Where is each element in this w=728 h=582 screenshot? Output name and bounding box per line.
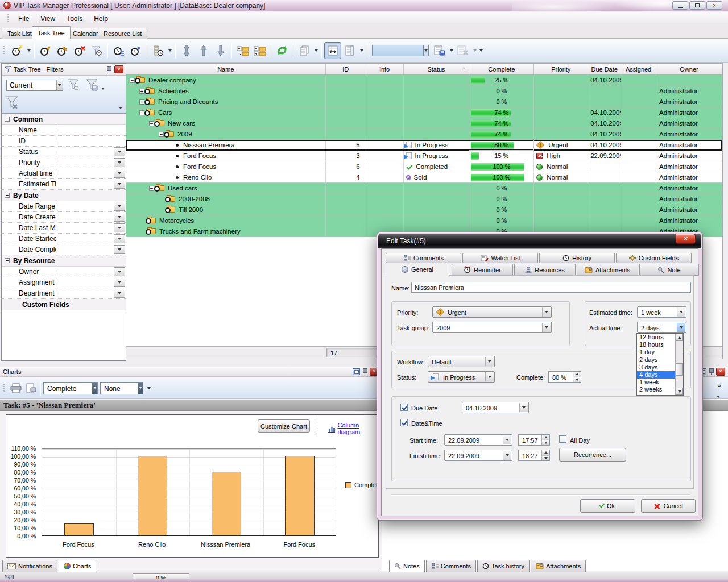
save-filter-dropdown[interactable] <box>100 80 106 97</box>
dropdown-item-4-days[interactable]: 4 days <box>637 371 676 379</box>
chart-measure-combo[interactable]: Complete <box>43 382 98 394</box>
save-filter-icon[interactable] <box>85 78 100 93</box>
filter-group-custom-fields[interactable]: Custom Fields <box>2 299 126 310</box>
column-header-status[interactable]: Status△ <box>404 64 470 74</box>
tab-general[interactable]: General <box>386 263 449 276</box>
chart-group-combo[interactable]: None <box>100 382 143 394</box>
tab-task-history[interactable]: Task history <box>477 560 530 572</box>
start-time-spinner[interactable]: 17:57 <box>518 434 550 446</box>
tab-notifications[interactable]: Notifications <box>2 560 57 572</box>
spin-up-icon[interactable] <box>542 435 549 440</box>
edit-task-icon[interactable] <box>54 42 71 59</box>
scroll-down-icon[interactable] <box>676 388 683 395</box>
task-row-new-cars[interactable]: −New cars74 %04.10.2009Administrator <box>126 118 722 129</box>
collapse-icon[interactable]: − <box>139 110 144 115</box>
dropdown-item-2-days[interactable]: 2 days <box>637 356 676 364</box>
complete-spinner[interactable]: 80 % <box>548 371 581 383</box>
tab-comments[interactable]: Comments <box>386 253 461 263</box>
actual-time-combo[interactable]: 2 days <box>637 322 686 333</box>
dropdown-button-icon[interactable] <box>114 267 125 276</box>
collapse-icon[interactable]: − <box>130 78 135 83</box>
estimated-time-combo[interactable]: 1 week <box>637 306 686 318</box>
task-row-2000-2008[interactable]: 2000-20080 %Administrator <box>126 194 722 205</box>
collapse-icon[interactable]: − <box>149 186 154 191</box>
dropdown-item-3-days[interactable]: 3 days <box>637 364 676 371</box>
layout-preset-combo[interactable] <box>372 45 429 56</box>
tab-resource-list[interactable]: Resource List <box>98 28 147 39</box>
customize-chart-button[interactable]: Customize Chart <box>258 419 310 433</box>
dropdown-item-1-day[interactable]: 1 day <box>637 348 676 356</box>
recurrence-button[interactable]: Recurrence... <box>559 448 626 462</box>
details-view-dropdown[interactable] <box>358 42 365 59</box>
dropdown-scrollbar[interactable] <box>675 334 683 395</box>
filter-group-by-resource[interactable]: −By Resource <box>2 255 126 267</box>
filter-preset-combo[interactable]: Current <box>6 80 63 91</box>
new-task-dropdown[interactable] <box>26 42 32 59</box>
tab-reminder[interactable]: Reminder <box>452 264 513 276</box>
dropdown-button-icon[interactable] <box>114 278 125 287</box>
task-row-ford-focus[interactable]: Ford Focus6Completed100 %NormalAdministr… <box>126 161 722 172</box>
task-group-combo[interactable]: 2009 <box>432 322 552 333</box>
menu-file[interactable]: File <box>13 13 34 24</box>
task-row-reno-clio[interactable]: Reno Clio4Sold100 %NormalAdministrator <box>126 172 722 183</box>
pin-icon[interactable] <box>106 66 112 73</box>
task-row-ford-focus[interactable]: Ford Focus3In Progress15 %High22.09.2009… <box>126 151 722 161</box>
apply-filter-icon[interactable] <box>67 78 81 93</box>
close-button[interactable]: × <box>706 1 722 10</box>
column-header-assigned[interactable]: Assigned <box>621 64 656 74</box>
finish-date-combo[interactable]: 22.09.2009 <box>444 450 512 461</box>
tab-comments[interactable]: Comments <box>426 560 476 572</box>
dropdown-button-icon[interactable] <box>114 158 125 167</box>
filter-group-common[interactable]: −Common <box>2 114 126 125</box>
tab-task-tree[interactable]: Task Tree <box>32 26 71 39</box>
gantt-view-dropdown[interactable] <box>167 42 173 59</box>
menu-help[interactable]: Help <box>89 13 113 24</box>
scroll-up-icon[interactable] <box>676 334 683 341</box>
duplicate-icon[interactable] <box>296 42 313 59</box>
column-header-id[interactable]: ID <box>326 64 366 74</box>
task-row-till-2000[interactable]: Till 20000 %Administrator <box>126 205 722 215</box>
pin-icon[interactable] <box>708 368 714 375</box>
task-row-schedules[interactable]: +Schedules0 %Administrator <box>126 86 722 97</box>
filter-group-by-date[interactable]: −By Date <box>2 190 126 201</box>
task-row-2009[interactable]: −200974 %04.10.2009Administrator <box>126 129 722 140</box>
collapse-icon[interactable]: − <box>159 132 164 137</box>
scroll-thumb[interactable] <box>676 363 683 376</box>
toolbar-chevron-icon[interactable]: » <box>718 382 721 389</box>
column-header-complete[interactable]: Complete <box>469 64 534 74</box>
minimize-button[interactable] <box>672 1 688 10</box>
tab-charts[interactable]: Charts <box>59 560 96 572</box>
task-row-cars[interactable]: −Cars74 %04.10.2009Administrator <box>126 107 722 118</box>
cancel-button[interactable]: Cancel <box>641 499 696 513</box>
column-header-owner[interactable]: Owner <box>656 64 722 74</box>
fit-columns-icon[interactable] <box>324 42 341 59</box>
spin-up-icon[interactable] <box>542 450 549 456</box>
due-date-combo[interactable]: 04.10.2009 <box>462 402 529 413</box>
due-date-checkbox[interactable] <box>400 404 408 411</box>
dropdown-item-12-hours[interactable]: 12 hours <box>637 334 676 341</box>
gantt-view-icon[interactable] <box>150 42 167 59</box>
details-view-icon[interactable] <box>341 42 358 59</box>
priority-combo[interactable]: Urgent <box>432 306 552 318</box>
save-view-icon[interactable] <box>431 42 448 59</box>
filter-tasks-icon[interactable] <box>88 42 105 59</box>
toolbar-overflow[interactable] <box>478 42 484 59</box>
delete-task-icon[interactable] <box>71 42 88 59</box>
dropdown-button-icon[interactable] <box>114 245 125 254</box>
print-preview-icon[interactable] <box>23 381 38 396</box>
tab-note[interactable]: Note <box>639 264 699 276</box>
task-row-motorcycles[interactable]: Motorcycles0 %Administrator <box>126 215 722 226</box>
chart-toolbar-overflow[interactable] <box>146 380 152 397</box>
collapse-icon[interactable]: − <box>149 121 154 126</box>
maximize-button[interactable] <box>689 1 705 10</box>
duplicate-dropdown[interactable] <box>313 42 319 59</box>
dropdown-button-icon[interactable] <box>114 147 125 156</box>
reorder-icon[interactable] <box>178 42 195 59</box>
tab-notes[interactable]: Notes <box>389 560 425 572</box>
spin-up-icon[interactable] <box>573 372 581 377</box>
column-header-info[interactable]: Info <box>366 64 404 74</box>
task-row-nisssan-premiera[interactable]: Nisssan Premiera5In Progress80 %Urgent04… <box>126 140 722 151</box>
dropdown-item-1-week[interactable]: 1 week <box>637 379 676 386</box>
menu-tools[interactable]: Tools <box>61 13 88 24</box>
task-name-input[interactable]: Nisssan Premiera <box>411 282 691 293</box>
